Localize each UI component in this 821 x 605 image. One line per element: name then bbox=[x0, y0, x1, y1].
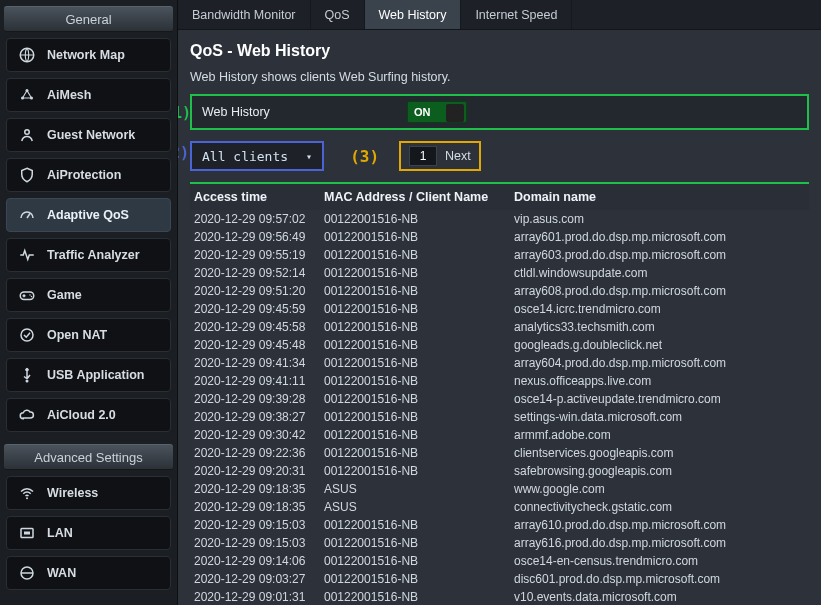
cell-domain: connectivitycheck.gstatic.com bbox=[514, 499, 805, 515]
cell-mac-client: 00122001516-NB bbox=[324, 211, 514, 227]
cell-domain: ctldl.windowsupdate.com bbox=[514, 265, 805, 281]
cell-domain: googleads.g.doubleclick.net bbox=[514, 337, 805, 353]
sidebar-item-aimesh[interactable]: AiMesh bbox=[6, 78, 171, 112]
sidebar-item-aicloud[interactable]: AiCloud 2.0 bbox=[6, 398, 171, 432]
client-select[interactable]: All clients ▾ bbox=[190, 141, 324, 171]
sidebar-item-lan[interactable]: LAN bbox=[6, 516, 171, 550]
tab-bar: Bandwidth Monitor QoS Web History Intern… bbox=[178, 0, 821, 30]
table-row: 2020-12-29 09:52:1400122001516-NBctldl.w… bbox=[190, 264, 809, 282]
cell-access-time: 2020-12-29 09:41:11 bbox=[194, 373, 324, 389]
sidebar-item-label: AiMesh bbox=[47, 88, 91, 102]
sidebar-item-label: Adaptive QoS bbox=[47, 208, 129, 222]
sidebar-item-usb-application[interactable]: USB Application bbox=[6, 358, 171, 392]
table-row: 2020-12-29 09:45:4800122001516-NBgooglea… bbox=[190, 336, 809, 354]
cell-mac-client: 00122001516-NB bbox=[324, 247, 514, 263]
svg-point-12 bbox=[26, 380, 29, 383]
sidebar-item-adaptive-qos[interactable]: Adaptive QoS bbox=[6, 198, 171, 232]
annotation-2: (2) bbox=[178, 144, 189, 162]
web-history-toggle[interactable]: ON bbox=[407, 101, 467, 123]
sidebar-item-wireless[interactable]: Wireless bbox=[6, 476, 171, 510]
sidebar-item-label: Network Map bbox=[47, 48, 125, 62]
th-access-time: Access time bbox=[194, 190, 324, 204]
sidebar-item-game[interactable]: Game bbox=[6, 278, 171, 312]
svg-point-10 bbox=[31, 296, 33, 298]
tab-internet-speed[interactable]: Internet Speed bbox=[461, 0, 572, 29]
svg-point-11 bbox=[21, 329, 33, 341]
table-body: 2020-12-29 09:57:0200122001516-NBvip.asu… bbox=[190, 210, 809, 605]
table-row: 2020-12-29 09:51:2000122001516-NBarray60… bbox=[190, 282, 809, 300]
cell-access-time: 2020-12-29 09:15:03 bbox=[194, 517, 324, 533]
sidebar-item-label: LAN bbox=[47, 526, 73, 540]
cell-mac-client: 00122001516-NB bbox=[324, 391, 514, 407]
cell-mac-client: 00122001516-NB bbox=[324, 301, 514, 317]
cell-access-time: 2020-12-29 09:45:59 bbox=[194, 301, 324, 317]
cell-domain: armmf.adobe.com bbox=[514, 427, 805, 443]
svg-point-4 bbox=[25, 130, 30, 135]
th-domain: Domain name bbox=[514, 190, 805, 204]
sidebar-item-label: Open NAT bbox=[47, 328, 107, 342]
main-panel: Bandwidth Monitor QoS Web History Intern… bbox=[178, 0, 821, 605]
sidebar: General Network Map AiMesh Guest Network… bbox=[0, 0, 178, 605]
tab-bandwidth-monitor[interactable]: Bandwidth Monitor bbox=[178, 0, 311, 29]
sidebar-item-aiprotection[interactable]: AiProtection bbox=[6, 158, 171, 192]
table-row: 2020-12-29 09:20:3100122001516-NBsafebro… bbox=[190, 462, 809, 480]
page-title: QoS - Web History bbox=[190, 42, 809, 60]
sidebar-item-guest-network[interactable]: Guest Network bbox=[6, 118, 171, 152]
sidebar-item-wan[interactable]: WAN bbox=[6, 556, 171, 590]
cell-domain: vip.asus.com bbox=[514, 211, 805, 227]
wan-icon bbox=[17, 563, 37, 583]
gamepad-icon bbox=[17, 285, 37, 305]
table-row: 2020-12-29 09:45:5900122001516-NBosce14.… bbox=[190, 300, 809, 318]
cell-access-time: 2020-12-29 09:51:20 bbox=[194, 283, 324, 299]
cell-access-time: 2020-12-29 09:38:27 bbox=[194, 409, 324, 425]
table-row: 2020-12-29 09:56:4900122001516-NBarray60… bbox=[190, 228, 809, 246]
chevron-down-icon: ▾ bbox=[306, 151, 312, 162]
cell-mac-client: 00122001516-NB bbox=[324, 409, 514, 425]
cell-access-time: 2020-12-29 09:55:19 bbox=[194, 247, 324, 263]
toggle-knob bbox=[446, 104, 464, 122]
cell-mac-client: 00122001516-NB bbox=[324, 355, 514, 371]
cell-mac-client: 00122001516-NB bbox=[324, 319, 514, 335]
guest-icon bbox=[17, 125, 37, 145]
cell-mac-client: 00122001516-NB bbox=[324, 229, 514, 245]
cell-mac-client: 00122001516-NB bbox=[324, 283, 514, 299]
cell-mac-client: ASUS bbox=[324, 481, 514, 497]
table-row: 2020-12-29 09:18:35ASUSwww.google.com bbox=[190, 480, 809, 498]
sidebar-item-traffic-analyzer[interactable]: Traffic Analyzer bbox=[6, 238, 171, 272]
table-row: 2020-12-29 09:45:5800122001516-NBanalyti… bbox=[190, 318, 809, 336]
pager: Next bbox=[399, 141, 481, 171]
cell-domain: osce14.icrc.trendmicro.com bbox=[514, 301, 805, 317]
sidebar-item-label: Traffic Analyzer bbox=[47, 248, 140, 262]
toggle-text: ON bbox=[414, 106, 431, 118]
client-select-value: All clients bbox=[202, 149, 288, 164]
table-row: 2020-12-29 09:14:0600122001516-NBosce14-… bbox=[190, 552, 809, 570]
page-number-input[interactable] bbox=[409, 146, 437, 166]
table-row: 2020-12-29 09:57:0200122001516-NBvip.asu… bbox=[190, 210, 809, 228]
shield-icon bbox=[17, 165, 37, 185]
cell-mac-client: 00122001516-NB bbox=[324, 445, 514, 461]
cell-mac-client: 00122001516-NB bbox=[324, 589, 514, 605]
cell-domain: osce14-en-census.trendmicro.com bbox=[514, 553, 805, 569]
cell-access-time: 2020-12-29 09:18:35 bbox=[194, 499, 324, 515]
sidebar-item-label: Guest Network bbox=[47, 128, 135, 142]
svg-rect-15 bbox=[24, 532, 30, 535]
annotation-1: (1) bbox=[178, 104, 191, 122]
cell-access-time: 2020-12-29 09:39:28 bbox=[194, 391, 324, 407]
cell-access-time: 2020-12-29 09:57:02 bbox=[194, 211, 324, 227]
cell-access-time: 2020-12-29 09:01:31 bbox=[194, 589, 324, 605]
web-history-label: Web History bbox=[202, 105, 270, 119]
sidebar-item-open-nat[interactable]: Open NAT bbox=[6, 318, 171, 352]
cell-access-time: 2020-12-29 09:22:36 bbox=[194, 445, 324, 461]
cell-domain: array603.prod.do.dsp.mp.microsoft.com bbox=[514, 247, 805, 263]
cell-access-time: 2020-12-29 09:18:35 bbox=[194, 481, 324, 497]
sidebar-item-network-map[interactable]: Network Map bbox=[6, 38, 171, 72]
table-row: 2020-12-29 09:22:3600122001516-NBclients… bbox=[190, 444, 809, 462]
cell-domain: osce14-p.activeupdate.trendmicro.com bbox=[514, 391, 805, 407]
next-button[interactable]: Next bbox=[445, 149, 471, 163]
tab-web-history[interactable]: Web History bbox=[365, 0, 462, 29]
svg-point-13 bbox=[26, 497, 28, 499]
cell-domain: analytics33.techsmith.com bbox=[514, 319, 805, 335]
tab-qos[interactable]: QoS bbox=[311, 0, 365, 29]
cell-domain: www.google.com bbox=[514, 481, 805, 497]
cell-mac-client: 00122001516-NB bbox=[324, 373, 514, 389]
